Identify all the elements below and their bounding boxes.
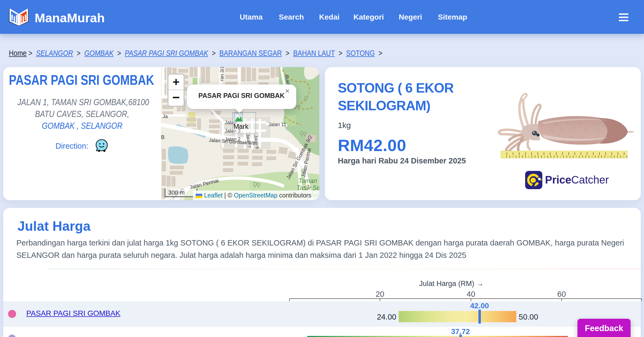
svg-text:ran 3/13: ran 3/13 <box>219 67 225 81</box>
svg-text:Jalan 11: Jalan 11 <box>268 122 286 127</box>
svg-text:B: B <box>161 134 164 140</box>
svg-text:Jalan 2: Jalan 2 <box>225 137 240 142</box>
svg-text:Ja: Ja <box>163 114 168 119</box>
svg-text:Taman: Taman <box>298 177 317 184</box>
svg-text:Mark: Mark <box>233 123 248 130</box>
